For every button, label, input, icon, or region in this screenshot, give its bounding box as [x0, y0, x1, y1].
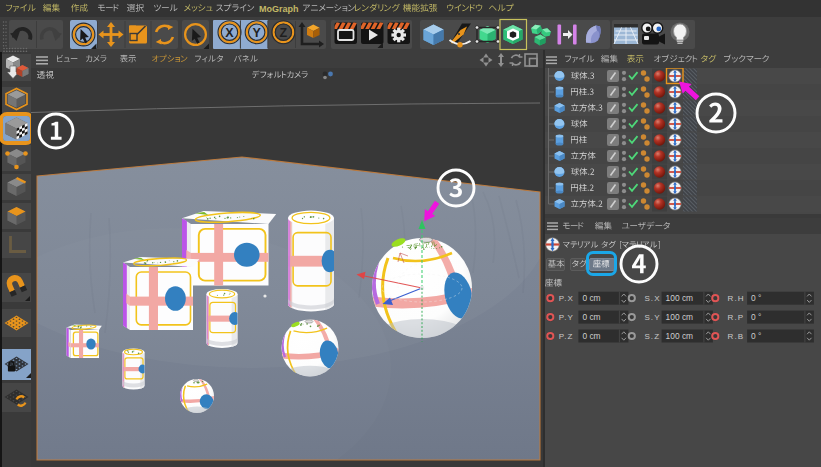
svg-text:S.Z: S.Z	[644, 332, 660, 341]
svg-text:Z: Z	[280, 26, 288, 40]
svg-text:S.Y: S.Y	[644, 313, 660, 322]
svg-text:0 cm: 0 cm	[582, 331, 600, 341]
svg-text:R.B: R.B	[728, 332, 745, 341]
svg-text:P.Y: P.Y	[559, 313, 574, 322]
svg-text:R.P: R.P	[728, 313, 745, 322]
svg-text:P.X: P.X	[559, 294, 574, 303]
svg-text:R.H: R.H	[728, 294, 745, 303]
svg-text:X: X	[225, 26, 234, 40]
svg-text:0 cm: 0 cm	[582, 293, 600, 303]
svg-text:100 cm: 100 cm	[666, 312, 693, 322]
svg-text:P.Z: P.Z	[559, 332, 574, 341]
svg-text:100 cm: 100 cm	[666, 293, 693, 303]
svg-text:Y: Y	[253, 26, 262, 40]
svg-text:0 °: 0 °	[751, 293, 761, 303]
svg-text:0 °: 0 °	[751, 331, 761, 341]
svg-text:S.X: S.X	[644, 294, 660, 303]
svg-text:0 °: 0 °	[751, 312, 761, 322]
svg-text:100 cm: 100 cm	[666, 331, 693, 341]
svg-text:0 cm: 0 cm	[582, 312, 600, 322]
